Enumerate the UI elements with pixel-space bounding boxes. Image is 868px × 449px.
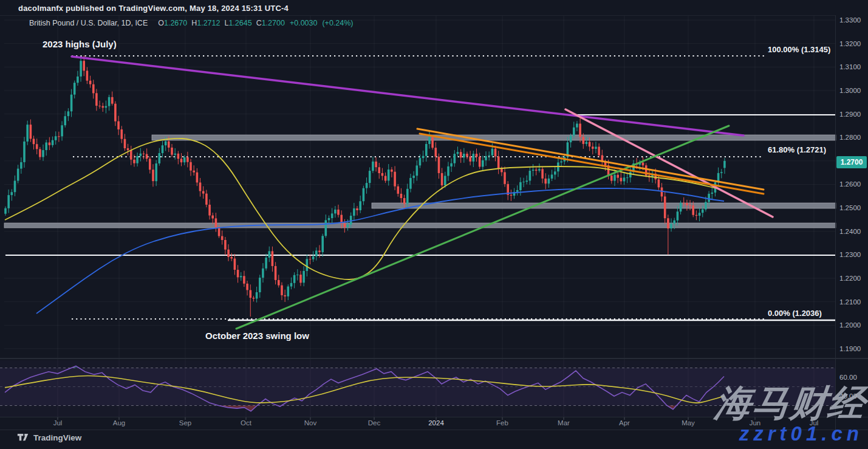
published-byline: dacolmanfx published on TradingView.com,… bbox=[18, 4, 289, 13]
watermark-url: zzrt01.cn bbox=[739, 423, 863, 444]
x-axis-label: Mar bbox=[558, 419, 570, 427]
axis-separator bbox=[835, 15, 836, 430]
published-text: dacolmanfx published on TradingView.com,… bbox=[18, 4, 289, 13]
channel-orange-2 bbox=[420, 134, 764, 194]
annotation-swing-low: October 2023 swing low bbox=[205, 331, 309, 341]
fib-label-0: 0.00% (1.2036) bbox=[768, 309, 822, 318]
horizontal-lines[interactable] bbox=[5, 115, 836, 320]
high-value: 1.2712 bbox=[197, 19, 220, 27]
downtrend-pink bbox=[566, 109, 773, 217]
y-axis-label: 1.2400 bbox=[839, 228, 866, 235]
y-axis-label: 1.3100 bbox=[839, 63, 866, 70]
y-axis-label: 1.3300 bbox=[839, 16, 866, 24]
x-axis-label: Aug bbox=[113, 419, 125, 427]
fib-label-618: 61.80% (1.2721) bbox=[768, 145, 826, 154]
y-axis-label: 1.3000 bbox=[839, 87, 866, 94]
change-percent: (+0.24%) bbox=[322, 19, 353, 27]
y-axis-label: 1.3200 bbox=[839, 40, 866, 47]
x-axis-label: Oct bbox=[241, 419, 251, 427]
x-axis-label: Jul bbox=[53, 419, 63, 427]
close-label: C bbox=[256, 19, 262, 27]
y-axis-label: 1.2500 bbox=[839, 204, 866, 211]
footer-border bbox=[0, 430, 868, 430]
y-axis-label: 1.2900 bbox=[839, 111, 866, 118]
y-axis-label: 1.2300 bbox=[839, 251, 866, 258]
open-value: 1.2670 bbox=[164, 19, 187, 27]
x-axis-label: Feb bbox=[496, 419, 508, 427]
fib-label-100: 100.00% (1.3145) bbox=[768, 45, 830, 54]
close-value: 1.2700 bbox=[262, 19, 285, 27]
tradingview-logo-icon bbox=[17, 433, 29, 442]
trendlines[interactable] bbox=[72, 57, 773, 329]
pane-divider bbox=[0, 358, 868, 359]
pane-top-border bbox=[0, 15, 836, 16]
x-axis-label: Dec bbox=[368, 419, 380, 427]
y-axis-label: 1.2100 bbox=[839, 298, 866, 306]
y-axis-label: 1.2200 bbox=[839, 275, 866, 282]
price-chart-canvas[interactable] bbox=[0, 0, 868, 449]
y-axis-label: 1.2800 bbox=[839, 134, 866, 141]
candlesticks bbox=[4, 55, 726, 317]
low-value: 1.2645 bbox=[228, 19, 251, 27]
fib-retracement-lines[interactable] bbox=[72, 56, 764, 319]
last-price-tag: 1.2700 bbox=[836, 156, 867, 168]
x-axis-label: May bbox=[682, 419, 695, 427]
downtrend-purple bbox=[72, 57, 743, 135]
x-axis-label: Apr bbox=[619, 419, 630, 427]
y-axis-label: 1.1900 bbox=[839, 345, 866, 352]
x-axis-label: 2024 bbox=[428, 419, 444, 427]
y-axis-label: 1.2000 bbox=[839, 321, 866, 329]
high-label: H bbox=[191, 19, 197, 27]
y-axis-label: 1.2600 bbox=[839, 180, 866, 188]
rsi-axis-label: 60.00 bbox=[839, 374, 866, 381]
change-value: +0.0030 bbox=[290, 19, 318, 27]
ma-fast-yellow bbox=[5, 139, 719, 279]
open-label: O bbox=[158, 19, 164, 27]
watermark-cjk: 海马财经 bbox=[713, 385, 867, 422]
tradingview-snapshot: dacolmanfx published on TradingView.com,… bbox=[0, 0, 868, 449]
rsi-panel[interactable] bbox=[0, 360, 835, 417]
symbol-legend[interactable]: British Pound / U.S. Dollar, 1D, ICEO1.2… bbox=[29, 19, 354, 27]
annotation-2023-highs: 2023 highs (July) bbox=[43, 39, 117, 49]
x-axis-label: Sep bbox=[179, 419, 191, 427]
tradingview-brand[interactable]: TradingView bbox=[17, 433, 81, 442]
x-axis-label: Nov bbox=[304, 419, 316, 427]
tradingview-brand-label: TradingView bbox=[33, 433, 81, 442]
grid bbox=[4, 16, 835, 417]
symbol-title: British Pound / U.S. Dollar, 1D, ICE bbox=[29, 19, 148, 27]
